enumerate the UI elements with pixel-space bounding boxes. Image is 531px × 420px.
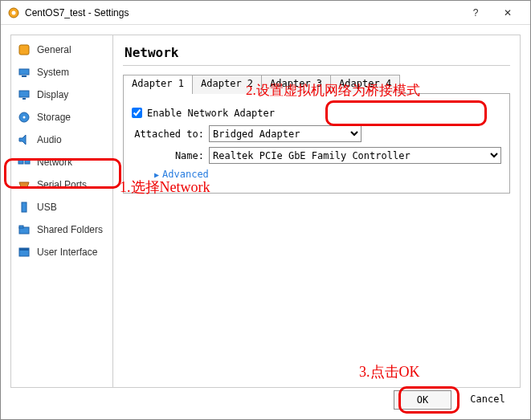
sidebar-item-serial-ports[interactable]: Serial Ports xyxy=(11,173,112,196)
svg-marker-9 xyxy=(19,135,26,145)
help-button[interactable]: ? xyxy=(460,2,492,24)
display-icon xyxy=(18,88,31,101)
page-title: Network xyxy=(123,42,510,66)
svg-point-1 xyxy=(12,10,16,14)
app-icon xyxy=(7,6,20,19)
svg-rect-10 xyxy=(18,160,23,164)
sidebar: General System Display Storage Audio xyxy=(10,35,113,388)
attached-to-label: Attached to: xyxy=(132,128,204,140)
sidebar-item-label: Shared Folders xyxy=(37,224,103,235)
footer: OK Cancel xyxy=(394,390,516,410)
adapter-name-combo[interactable]: Realtek PCIe GbE Family Controller xyxy=(209,147,501,164)
close-button[interactable]: ✕ xyxy=(492,2,524,24)
audio-icon xyxy=(18,133,31,146)
enable-network-label: Enable Network Adapter xyxy=(147,108,275,119)
settings-window: CentOS7_test - Settings ? ✕ General Syst… xyxy=(0,0,531,420)
cancel-button[interactable]: Cancel xyxy=(460,390,516,408)
sidebar-item-label: Audio xyxy=(37,134,62,145)
sidebar-item-label: Display xyxy=(37,89,68,100)
sidebar-item-label: System xyxy=(37,67,69,78)
sidebar-item-shared-folders[interactable]: Shared Folders xyxy=(11,218,112,241)
sidebar-item-label: USB xyxy=(37,202,57,213)
sidebar-item-label: Storage xyxy=(37,112,71,123)
window-title: CentOS7_test - Settings xyxy=(25,7,460,18)
ok-button[interactable]: OK xyxy=(394,390,451,410)
sidebar-item-user-interface[interactable]: User Interface xyxy=(11,241,112,263)
user-interface-icon xyxy=(18,246,31,259)
storage-icon xyxy=(18,111,31,124)
attached-to-combo[interactable]: Bridged Adapter xyxy=(209,125,361,142)
svg-rect-5 xyxy=(19,91,29,97)
sidebar-item-system[interactable]: System xyxy=(11,61,112,84)
svg-rect-6 xyxy=(22,98,26,100)
svg-marker-12 xyxy=(19,182,29,187)
system-icon xyxy=(18,66,31,79)
annotation-3-text: 3.点击OK xyxy=(359,362,420,381)
svg-rect-17 xyxy=(19,248,29,251)
titlebar: CentOS7_test - Settings ? ✕ xyxy=(1,1,530,25)
svg-rect-13 xyxy=(22,202,27,212)
sidebar-item-network[interactable]: Network xyxy=(11,151,112,173)
sidebar-item-storage[interactable]: Storage xyxy=(11,106,112,128)
svg-point-8 xyxy=(23,116,26,119)
annotation-1-text: 1.选择Network xyxy=(120,177,210,197)
enable-network-checkbox[interactable] xyxy=(132,108,142,118)
tab-adapter-1[interactable]: Adapter 1 xyxy=(123,75,193,94)
svg-rect-2 xyxy=(19,45,29,55)
sidebar-item-general[interactable]: General xyxy=(11,39,112,61)
sidebar-item-label: Network xyxy=(37,157,72,168)
svg-rect-15 xyxy=(19,226,23,228)
shared-folders-icon xyxy=(18,223,31,236)
sidebar-item-label: Serial Ports xyxy=(37,179,87,190)
sidebar-item-audio[interactable]: Audio xyxy=(11,128,112,151)
sidebar-item-label: General xyxy=(37,44,71,55)
name-label: Name: xyxy=(132,150,204,161)
sidebar-item-display[interactable]: Display xyxy=(11,84,112,106)
svg-rect-4 xyxy=(22,75,27,77)
sidebar-item-label: User Interface xyxy=(37,247,97,258)
svg-rect-3 xyxy=(19,69,29,75)
usb-icon xyxy=(18,201,31,214)
annotation-2-text: 2.设置虚拟机网络为桥接模式 xyxy=(246,81,420,100)
general-icon xyxy=(18,43,31,56)
svg-rect-11 xyxy=(25,160,30,164)
network-icon xyxy=(18,156,31,169)
serial-ports-icon xyxy=(18,178,31,191)
sidebar-item-usb[interactable]: USB xyxy=(11,196,112,218)
